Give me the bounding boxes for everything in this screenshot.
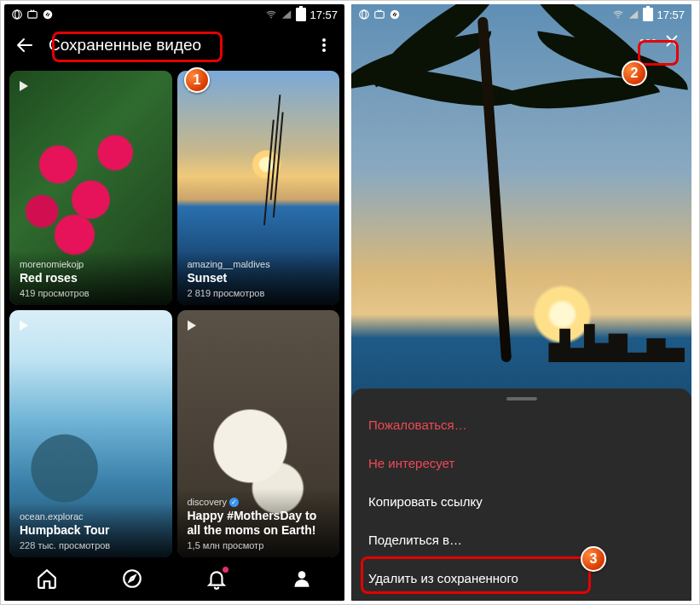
svg-point-1: [15, 10, 20, 18]
video-card[interactable]: morenomiekojp Red roses 419 просмотров: [9, 71, 172, 305]
play-icon: [20, 320, 28, 331]
menu-report[interactable]: Пожаловаться…: [351, 406, 691, 444]
card-views: 2 819 просмотров: [188, 288, 330, 298]
shazam-icon: [42, 9, 54, 20]
menu-not-interested[interactable]: Не интересует: [351, 444, 691, 482]
svg-rect-2: [28, 12, 38, 19]
clock: 17:57: [310, 9, 338, 21]
svg-point-10: [390, 10, 400, 20]
card-title: Red roses: [20, 271, 162, 285]
battery-icon: [296, 8, 306, 21]
video-more-button[interactable]: [640, 39, 656, 43]
card-author: ocean.explorac: [20, 511, 162, 521]
status-bar: 17:57: [351, 4, 691, 25]
svg-point-0: [13, 10, 22, 20]
battery-icon: [643, 8, 653, 21]
sheet-handle[interactable]: [506, 397, 537, 400]
back-button[interactable]: [14, 35, 35, 55]
status-bar: 17:57: [4, 4, 344, 25]
play-icon: [188, 81, 196, 91]
nav-home[interactable]: [36, 568, 58, 593]
svg-point-8: [362, 10, 367, 18]
video-card[interactable]: discovery✓ Happy #MothersDay to all the …: [177, 310, 340, 557]
card-title: Happy #MothersDay to all the moms on Ear…: [188, 509, 330, 538]
tv-icon: [26, 9, 38, 20]
menu-copy-link[interactable]: Копировать ссылку: [351, 482, 691, 521]
saved-videos-grid: morenomiekojp Red roses 419 просмотров a…: [4, 66, 344, 562]
phone-left: 17:57 Сохраненные видео morenomiekojp Re…: [4, 4, 344, 601]
tv-icon: [373, 9, 385, 20]
bottom-nav: [4, 560, 344, 601]
card-author: discovery✓: [188, 497, 330, 507]
wifi-icon: [612, 9, 624, 20]
wifi-icon: [265, 9, 277, 20]
card-views: 419 просмотров: [20, 288, 162, 298]
card-views: 228 тыс. просмотров: [20, 540, 162, 550]
svg-point-6: [298, 571, 306, 579]
nav-profile[interactable]: [291, 568, 313, 593]
svg-rect-9: [375, 12, 385, 19]
page-title: Сохраненные видео: [49, 36, 300, 55]
card-views: 1,5 млн просмотр: [188, 540, 330, 550]
menu-remove-saved[interactable]: Удалить из сохраненного: [351, 559, 691, 597]
more-menu-button[interactable]: [314, 35, 334, 55]
svg-point-5: [124, 570, 141, 587]
close-button[interactable]: [661, 30, 683, 52]
nav-notifications[interactable]: [205, 568, 228, 593]
signal-icon: [628, 9, 639, 20]
signal-icon: [281, 9, 292, 20]
svg-point-4: [271, 17, 273, 19]
play-icon: [20, 81, 28, 91]
video-card[interactable]: amazing__maldives Sunset 2 819 просмотро…: [177, 71, 340, 305]
clock: 17:57: [657, 9, 685, 21]
video-card[interactable]: ocean.explorac Humpback Tour 228 тыс. пр…: [9, 310, 172, 557]
shazam-icon: [389, 9, 401, 20]
opera-icon: [11, 9, 23, 20]
verified-icon: ✓: [229, 498, 239, 507]
phone-right: 17:57 Пожаловаться… Не интересует Копиро…: [351, 4, 691, 601]
svg-point-11: [618, 17, 620, 19]
app-header: Сохраненные видео: [4, 25, 344, 66]
svg-point-7: [360, 10, 369, 20]
menu-share[interactable]: Поделиться в…: [351, 521, 691, 559]
action-sheet: Пожаловаться… Не интересует Копировать с…: [351, 389, 691, 601]
card-title: Sunset: [188, 271, 330, 285]
card-author: amazing__maldives: [188, 259, 330, 269]
svg-point-3: [43, 10, 53, 20]
opera-icon: [358, 9, 370, 20]
card-title: Humpback Tour: [20, 523, 162, 538]
card-author: morenomiekojp: [20, 259, 162, 269]
play-icon: [188, 320, 196, 331]
nav-explore[interactable]: [121, 568, 143, 593]
